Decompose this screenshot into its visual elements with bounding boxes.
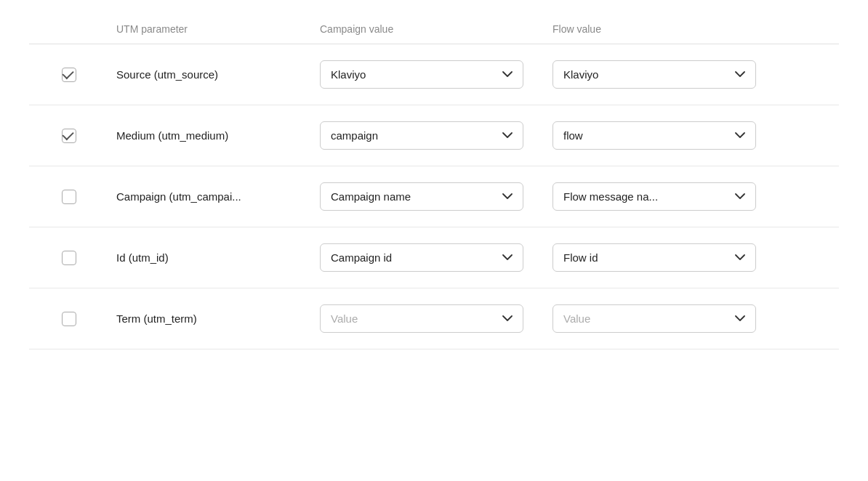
checkbox-cell-source [29,68,116,82]
checkbox-id[interactable] [62,251,76,265]
table-row-id: Id (utm_id)Campaign idFlow id [29,227,839,288]
campaign-dropdown-term[interactable]: Value [320,304,523,333]
campaign-col-id: Campaign id [320,243,552,272]
campaign-dropdown-value-term: Value [331,312,358,325]
flow-col-medium: flow [552,121,785,150]
checkbox-term[interactable] [62,312,76,326]
campaign-dropdown-value-source: Klaviyo [331,68,366,81]
campaign-col-campaign: Campaign name [320,182,552,211]
campaign-dropdown-medium[interactable]: campaign [320,121,523,150]
campaign-col-medium: campaign [320,121,552,150]
flow-dropdown-value-source: Klaviyo [563,68,598,81]
checkbox-medium[interactable] [62,129,76,143]
campaign-dropdown-value-id: Campaign id [331,251,392,264]
checkbox-campaign[interactable] [62,190,76,204]
checkbox-cell-id [29,251,116,265]
campaign-chevron-icon-campaign [502,192,513,202]
flow-col-term: Value [552,304,785,333]
table-row-source: Source (utm_source)KlaviyoKlaviyo [29,44,839,105]
table-header: UTM parameter Campaign value Flow value [29,15,839,44]
flow-chevron-icon-term [735,314,745,324]
table-body: Source (utm_source)KlaviyoKlaviyoMedium … [29,44,839,349]
param-label-term: Term (utm_term) [116,312,320,325]
checkbox-source[interactable] [62,68,76,82]
campaign-dropdown-campaign[interactable]: Campaign name [320,182,523,211]
flow-dropdown-source[interactable]: Klaviyo [552,60,756,89]
header-flow-value: Flow value [552,23,785,35]
header-utm-param: UTM parameter [116,23,320,35]
param-label-medium: Medium (utm_medium) [116,129,320,142]
header-checkbox-spacer [29,23,116,35]
flow-chevron-icon-source [735,70,745,80]
flow-col-id: Flow id [552,243,785,272]
param-label-campaign: Campaign (utm_campai... [116,190,320,203]
campaign-dropdown-source[interactable]: Klaviyo [320,60,523,89]
campaign-col-source: Klaviyo [320,60,552,89]
campaign-dropdown-value-medium: campaign [331,129,378,142]
flow-dropdown-campaign[interactable]: Flow message na... [552,182,756,211]
flow-dropdown-medium[interactable]: flow [552,121,756,150]
flow-col-source: Klaviyo [552,60,785,89]
campaign-chevron-icon-medium [502,131,513,141]
flow-dropdown-value-medium: flow [563,129,583,142]
flow-dropdown-id[interactable]: Flow id [552,243,756,272]
table-row-term: Term (utm_term)ValueValue [29,288,839,349]
campaign-chevron-icon-source [502,70,513,80]
flow-chevron-icon-medium [735,131,745,141]
campaign-chevron-icon-id [502,253,513,263]
table-row-campaign: Campaign (utm_campai...Campaign nameFlow… [29,166,839,227]
flow-dropdown-value-id: Flow id [563,251,598,264]
checkbox-cell-medium [29,129,116,143]
flow-col-campaign: Flow message na... [552,182,785,211]
table-row-medium: Medium (utm_medium)campaignflow [29,105,839,166]
flow-dropdown-term[interactable]: Value [552,304,756,333]
checkbox-cell-campaign [29,190,116,204]
utm-table: UTM parameter Campaign value Flow value … [0,0,868,364]
campaign-dropdown-value-campaign: Campaign name [331,190,411,203]
header-campaign-value: Campaign value [320,23,552,35]
flow-dropdown-value-term: Value [563,312,590,325]
param-label-source: Source (utm_source) [116,68,320,81]
flow-dropdown-value-campaign: Flow message na... [563,190,658,203]
campaign-chevron-icon-term [502,314,513,324]
checkbox-cell-term [29,312,116,326]
flow-chevron-icon-campaign [735,192,745,202]
flow-chevron-icon-id [735,253,745,263]
param-label-id: Id (utm_id) [116,251,320,264]
campaign-col-term: Value [320,304,552,333]
campaign-dropdown-id[interactable]: Campaign id [320,243,523,272]
